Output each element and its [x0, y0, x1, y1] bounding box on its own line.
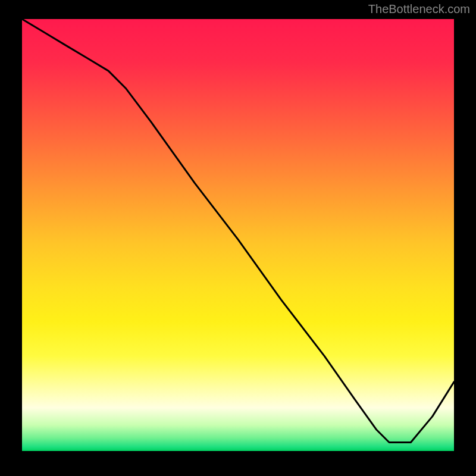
chart-plot-area [22, 19, 454, 451]
attribution-text: TheBottleneck.com [368, 2, 470, 16]
